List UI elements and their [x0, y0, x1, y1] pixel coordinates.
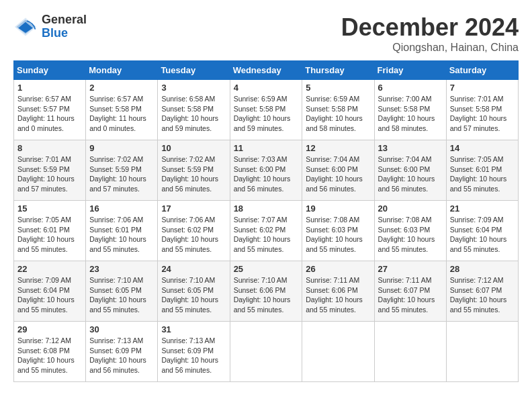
day-info: Sunrise: 7:02 AMSunset: 5:59 PMDaylight:…: [161, 154, 226, 194]
day-info: Sunrise: 7:03 AMSunset: 6:00 PMDaylight:…: [234, 154, 299, 194]
day-info: Sunrise: 7:09 AMSunset: 6:04 PMDaylight:…: [450, 215, 515, 255]
calendar-cell: 19 Sunrise: 7:08 AMSunset: 6:03 PMDaylig…: [302, 201, 374, 261]
day-number: 3: [161, 83, 226, 93]
day-number: 5: [306, 83, 370, 93]
day-info: Sunrise: 6:59 AMSunset: 5:58 PMDaylight:…: [234, 94, 299, 134]
calendar-cell: 16 Sunrise: 7:06 AMSunset: 6:01 PMDaylig…: [86, 201, 158, 261]
day-info: Sunrise: 6:57 AMSunset: 5:57 PMDaylight:…: [17, 94, 82, 134]
day-info: Sunrise: 6:59 AMSunset: 5:58 PMDaylight:…: [306, 94, 370, 134]
day-info: Sunrise: 7:10 AMSunset: 6:05 PMDaylight:…: [161, 275, 226, 315]
day-info: Sunrise: 7:05 AMSunset: 6:01 PMDaylight:…: [17, 215, 82, 255]
calendar-week-row: 29 Sunrise: 7:12 AMSunset: 6:08 PMDaylig…: [14, 322, 519, 382]
calendar-cell: 4 Sunrise: 6:59 AMSunset: 5:58 PMDayligh…: [230, 80, 302, 140]
calendar-cell: 29 Sunrise: 7:12 AMSunset: 6:08 PMDaylig…: [14, 322, 86, 382]
day-info: Sunrise: 7:06 AMSunset: 6:02 PMDaylight:…: [161, 215, 226, 255]
day-info: Sunrise: 7:05 AMSunset: 6:01 PMDaylight:…: [450, 154, 515, 194]
calendar-header-wednesday: Wednesday: [230, 61, 302, 80]
day-number: 12: [306, 143, 370, 153]
day-number: 28: [450, 264, 515, 274]
calendar-cell: [446, 322, 518, 382]
day-number: 18: [234, 203, 299, 214]
calendar-cell: 11 Sunrise: 7:03 AMSunset: 6:00 PMDaylig…: [230, 140, 302, 201]
logo-text: General Blue: [42, 13, 87, 40]
day-info: Sunrise: 7:12 AMSunset: 6:07 PMDaylight:…: [450, 275, 515, 315]
day-number: 7: [450, 83, 515, 93]
calendar-cell: 15 Sunrise: 7:05 AMSunset: 6:01 PMDaylig…: [14, 201, 86, 261]
day-number: 17: [161, 203, 226, 214]
calendar-cell: 28 Sunrise: 7:12 AMSunset: 6:07 PMDaylig…: [446, 261, 518, 322]
day-number: 14: [450, 143, 515, 153]
calendar-cell: [230, 322, 302, 382]
calendar-cell: 1 Sunrise: 6:57 AMSunset: 5:57 PMDayligh…: [14, 80, 86, 140]
day-number: 26: [306, 264, 370, 274]
calendar-cell: 12 Sunrise: 7:04 AMSunset: 6:00 PMDaylig…: [302, 140, 374, 201]
month-title: December 2024: [341, 13, 519, 42]
calendar-header-sunday: Sunday: [14, 61, 86, 80]
day-number: 15: [17, 203, 82, 214]
calendar-cell: 17 Sunrise: 7:06 AMSunset: 6:02 PMDaylig…: [158, 201, 230, 261]
day-number: 13: [378, 143, 443, 153]
calendar-cell: 7 Sunrise: 7:01 AMSunset: 5:58 PMDayligh…: [446, 80, 518, 140]
day-info: Sunrise: 7:01 AMSunset: 5:58 PMDaylight:…: [450, 94, 515, 134]
location: Qiongshan, Hainan, China: [341, 42, 519, 54]
calendar-header-monday: Monday: [86, 61, 158, 80]
calendar-cell: 24 Sunrise: 7:10 AMSunset: 6:05 PMDaylig…: [158, 261, 230, 322]
calendar-cell: 9 Sunrise: 7:02 AMSunset: 5:59 PMDayligh…: [86, 140, 158, 201]
day-info: Sunrise: 7:07 AMSunset: 6:02 PMDaylight:…: [234, 215, 299, 255]
day-number: 19: [306, 203, 370, 214]
day-info: Sunrise: 7:13 AMSunset: 6:09 PMDaylight:…: [161, 336, 226, 375]
day-number: 11: [234, 143, 299, 153]
day-number: 1: [17, 83, 82, 93]
day-info: Sunrise: 7:06 AMSunset: 6:01 PMDaylight:…: [89, 215, 154, 255]
day-number: 30: [89, 324, 154, 334]
day-number: 22: [17, 264, 82, 274]
calendar-cell: 25 Sunrise: 7:10 AMSunset: 6:06 PMDaylig…: [230, 261, 302, 322]
day-number: 24: [161, 264, 226, 274]
calendar-cell: 14 Sunrise: 7:05 AMSunset: 6:01 PMDaylig…: [446, 140, 518, 201]
day-info: Sunrise: 7:10 AMSunset: 6:05 PMDaylight:…: [89, 275, 154, 315]
calendar-week-row: 15 Sunrise: 7:05 AMSunset: 6:01 PMDaylig…: [14, 201, 519, 261]
day-info: Sunrise: 6:58 AMSunset: 5:58 PMDaylight:…: [161, 94, 226, 134]
calendar-header-thursday: Thursday: [302, 61, 374, 80]
day-info: Sunrise: 7:10 AMSunset: 6:06 PMDaylight:…: [234, 275, 299, 315]
title-area: December 2024 Qiongshan, Hainan, China: [341, 13, 519, 54]
calendar-cell: 30 Sunrise: 7:13 AMSunset: 6:09 PMDaylig…: [86, 322, 158, 382]
day-number: 20: [378, 203, 443, 214]
calendar-week-row: 8 Sunrise: 7:01 AMSunset: 5:59 PMDayligh…: [14, 140, 519, 201]
day-info: Sunrise: 7:04 AMSunset: 6:00 PMDaylight:…: [306, 154, 370, 194]
calendar-header-saturday: Saturday: [446, 61, 518, 80]
calendar-cell: 22 Sunrise: 7:09 AMSunset: 6:04 PMDaylig…: [14, 261, 86, 322]
day-info: Sunrise: 7:00 AMSunset: 5:58 PMDaylight:…: [378, 94, 443, 134]
day-number: 9: [89, 143, 154, 153]
day-number: 6: [378, 83, 443, 93]
day-number: 31: [161, 324, 226, 334]
day-number: 8: [17, 143, 82, 153]
calendar-week-row: 1 Sunrise: 6:57 AMSunset: 5:57 PMDayligh…: [14, 80, 519, 140]
calendar-week-row: 22 Sunrise: 7:09 AMSunset: 6:04 PMDaylig…: [14, 261, 519, 322]
day-info: Sunrise: 7:12 AMSunset: 6:08 PMDaylight:…: [17, 336, 82, 375]
logo-general: General: [42, 13, 87, 27]
day-info: Sunrise: 7:11 AMSunset: 6:06 PMDaylight:…: [306, 275, 370, 315]
day-info: Sunrise: 7:11 AMSunset: 6:07 PMDaylight:…: [378, 275, 443, 315]
day-info: Sunrise: 7:01 AMSunset: 5:59 PMDaylight:…: [17, 154, 82, 194]
day-info: Sunrise: 7:08 AMSunset: 6:03 PMDaylight:…: [378, 215, 443, 255]
day-number: 10: [161, 143, 226, 153]
day-number: 16: [89, 203, 154, 214]
day-info: Sunrise: 7:02 AMSunset: 5:59 PMDaylight:…: [89, 154, 154, 194]
calendar-cell: 2 Sunrise: 6:57 AMSunset: 5:58 PMDayligh…: [86, 80, 158, 140]
day-number: 29: [17, 324, 82, 334]
day-number: 2: [89, 83, 154, 93]
day-number: 21: [450, 203, 515, 214]
calendar-cell: 26 Sunrise: 7:11 AMSunset: 6:06 PMDaylig…: [302, 261, 374, 322]
day-info: Sunrise: 7:08 AMSunset: 6:03 PMDaylight:…: [306, 215, 370, 255]
day-number: 4: [234, 83, 299, 93]
logo-blue: Blue: [42, 27, 87, 40]
calendar-cell: 31 Sunrise: 7:13 AMSunset: 6:09 PMDaylig…: [158, 322, 230, 382]
calendar-cell: 18 Sunrise: 7:07 AMSunset: 6:02 PMDaylig…: [230, 201, 302, 261]
page-header: General Blue December 2024 Qiongshan, Ha…: [13, 13, 519, 54]
calendar-header-row: SundayMondayTuesdayWednesdayThursdayFrid…: [14, 61, 519, 80]
calendar-table: SundayMondayTuesdayWednesdayThursdayFrid…: [13, 60, 519, 382]
day-number: 23: [89, 264, 154, 274]
calendar-header-friday: Friday: [374, 61, 446, 80]
calendar-header-tuesday: Tuesday: [158, 61, 230, 80]
